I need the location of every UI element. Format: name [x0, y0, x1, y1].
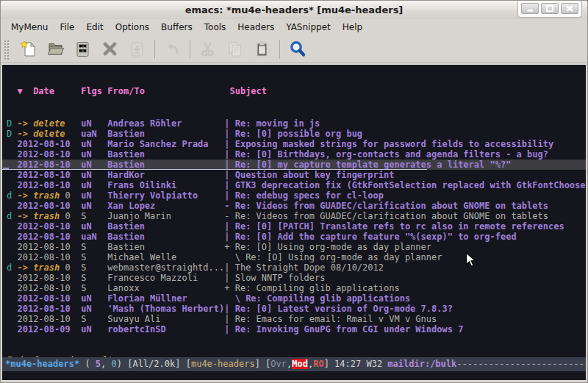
maximize-icon — [546, 5, 553, 12]
mu4e-headers-buffer[interactable]: ▼ Date Flgs From/To Subject D -> delete … — [2, 65, 586, 357]
menu-item-help[interactable]: Help — [337, 20, 368, 35]
window-controls — [517, 1, 582, 18]
message-row[interactable]: 2012-08-10 uN Florian Müllner \ Re: Comp… — [2, 293, 586, 304]
message-row[interactable]: 2012-08-10 uN Frans Oilinki | GTK3 depre… — [2, 180, 586, 190]
message-row[interactable]: 2012-08-10 S Bastien + Re: [O] Using org… — [2, 242, 586, 252]
toolbar-separator — [154, 40, 155, 59]
modeline-segment-plain: [ — [186, 359, 191, 369]
menu-item-options[interactable]: Options — [110, 20, 155, 35]
emacs-window: emacs: *mu4e-headers* [mu4e-headers] MyM… — [0, 0, 588, 383]
menu-item-yasnippet[interactable]: YASnippet — [280, 20, 337, 35]
save-as-icon — [128, 40, 147, 59]
close-button[interactable] — [561, 3, 578, 14]
modeline-segment-bufname: *mu4e-headers* — [5, 359, 79, 369]
search-magnifier-icon — [288, 40, 307, 59]
message-row[interactable]: 2012-08-10 S Lanoxx + Re: Compiling glib… — [2, 283, 586, 293]
toolbar — [1, 35, 587, 63]
message-row[interactable]: 2012-08-10 S Michael Welle \ Re: [O] Usi… — [2, 252, 586, 262]
menubar: MyMenuFileEditOptionsBuffersToolsHeaders… — [1, 19, 587, 35]
close-icon — [566, 5, 573, 12]
message-row[interactable]: 2012-08-10 S Francesco Mazzoli | Slow NN… — [2, 273, 586, 283]
echo-area[interactable] — [2, 371, 586, 380]
save-as-button[interactable] — [123, 37, 151, 62]
modeline-segment-plain: ( — [79, 359, 96, 369]
message-row[interactable]: 2012-08-09 uN robertcInSD | Re: Invoking… — [2, 324, 586, 334]
minimize-icon — [526, 5, 534, 12]
modeline-segment-plain: ) — [117, 359, 127, 369]
menu-item-buffers[interactable]: Buffers — [155, 20, 198, 35]
copy-button[interactable] — [221, 37, 248, 62]
modeline-segment-plain: , — [101, 359, 111, 369]
modeline-segment-plain: 14:27 W32 — [334, 359, 387, 369]
toolbar-separator — [190, 40, 190, 59]
open-folder-icon — [46, 40, 65, 59]
mouse-cursor — [465, 252, 476, 268]
modeline-segment-ro: RO — [313, 359, 323, 369]
message-row[interactable]: d -> trash 0 S webmaster@straightd...| T… — [2, 262, 586, 273]
modeline[interactable]: *mu4e-headers* ( 5, 0) [All/2.0k] [mu4e-… — [2, 357, 586, 371]
message-row[interactable]: D -> delete uaN Bastien | Re: [0] possib… — [2, 129, 586, 139]
message-row[interactable]: D -> delete uN Andreas Röhler | Re: movi… — [2, 118, 586, 129]
close-x-icon — [101, 40, 120, 59]
message-row[interactable]: 2012-08-10 uaN Bastien | Re: [0] Add the… — [2, 232, 586, 242]
message-row[interactable]: 2012-08-10 S Suvayu Ali | Re: Emacs for … — [2, 314, 586, 324]
message-row[interactable]: d -> trash 0 S Juanjo Marin - Re: Videos… — [2, 211, 586, 221]
save-icon — [74, 40, 93, 59]
search-button[interactable] — [284, 37, 311, 62]
titlebar[interactable]: emacs: *mu4e-headers* [mu4e-headers] — [1, 1, 587, 19]
message-row[interactable]: d -> trash 0 uN Thierry Volpiatto | Re: … — [2, 190, 586, 201]
message-row[interactable]: 2012-08-10 uN Bastien | Re: [0] Birthday… — [2, 149, 586, 160]
message-row[interactable]: 2012-08-10 uN Xan Lopez - Re: Videos fro… — [2, 201, 586, 211]
cut-button[interactable] — [194, 37, 221, 62]
message-row[interactable]: 2012-08-10 uN 'Mash (Thomas Herbert)| Re… — [2, 304, 586, 314]
headers-column-row[interactable]: ▼ Date Flgs From/To Subject — [2, 85, 586, 98]
modeline-segment-dashes: ---------------------------- — [456, 359, 586, 369]
minimize-button[interactable] — [521, 3, 539, 14]
menu-item-mymenu[interactable]: MyMenu — [5, 20, 54, 35]
copy-icon — [226, 40, 245, 59]
new-file-button[interactable] — [15, 37, 42, 62]
paste-clipboard-icon — [253, 40, 272, 59]
save-button[interactable] — [69, 37, 96, 62]
window-title: emacs: *mu4e-headers* [mu4e-headers] — [185, 4, 404, 15]
modeline-segment-mod: Mod — [292, 359, 308, 369]
open-folder-button[interactable] — [42, 37, 69, 62]
fringe-position-indicator — [3, 168, 9, 169]
message-row[interactable]: 2012-08-10 uN Bastien | Re: [0] [PATCH] … — [2, 221, 586, 232]
new-file-icon — [19, 40, 38, 59]
message-row[interactable]: 2012-08-10 uN HardKor | Question about k… — [2, 170, 586, 180]
modeline-segment-plain: [All/2.0k] — [127, 359, 185, 369]
message-row-current[interactable]: 2012-08-10 uN Bastien | Re: [0] my captu… — [2, 160, 586, 170]
toolbar-separator — [279, 40, 280, 59]
modeline-segment-mode: mu4e-headers — [191, 359, 255, 369]
modeline-segment-num-blue: 0 — [112, 359, 117, 369]
emacs-frame-content: ▼ Date Flgs From/To Subject D -> delete … — [2, 64, 586, 380]
modeline-segment-ovr: Ovr — [270, 359, 287, 369]
menu-item-edit[interactable]: Edit — [81, 20, 110, 35]
cut-scissors-icon — [198, 40, 218, 59]
maximize-button[interactable] — [541, 3, 559, 14]
menu-item-file[interactable]: File — [54, 20, 80, 35]
message-row[interactable]: 2012-08-10 uN Mario Sanchez Prada | Expo… — [2, 139, 586, 149]
modeline-segment-plain: ] — [324, 359, 334, 369]
toolbar-drag-handle[interactable] — [3, 39, 10, 60]
modeline-segment-num-purple: 5 — [96, 359, 101, 369]
menu-item-tools[interactable]: Tools — [198, 20, 232, 35]
modeline-segment-maildir: maildir:/bulk — [387, 359, 456, 369]
paste-button[interactable] — [248, 37, 276, 62]
undo-button[interactable] — [159, 37, 186, 62]
modeline-segment-plain: ] — [255, 359, 265, 369]
menu-item-headers[interactable]: Headers — [232, 20, 280, 35]
undo-icon — [163, 40, 182, 59]
close-buffer-button[interactable] — [96, 37, 123, 62]
